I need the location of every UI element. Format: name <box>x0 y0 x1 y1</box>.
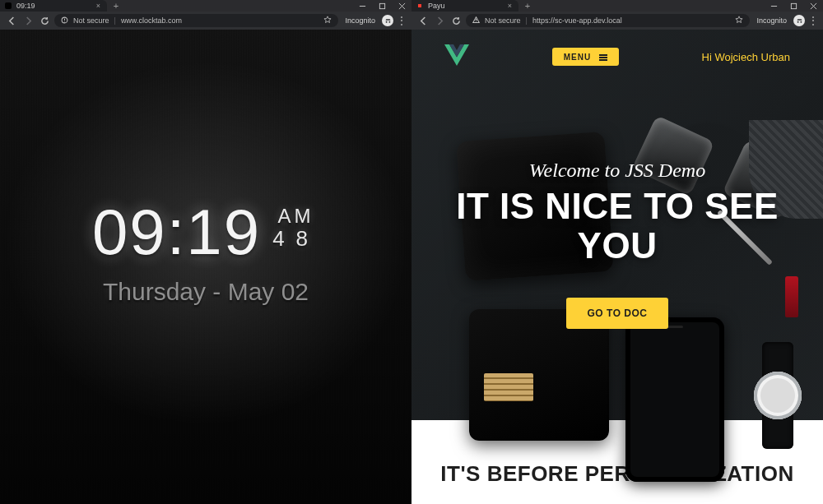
favicon-clock-icon <box>5 2 12 9</box>
greeting-text: Hi Wojciech Urban <box>702 51 790 63</box>
window-maximize-button[interactable] <box>372 0 392 12</box>
hero-welcome: Welcome to JSS Demo <box>436 160 798 182</box>
clock-seconds: 48 <box>272 226 319 252</box>
bookmark-star-icon[interactable] <box>323 16 332 25</box>
favicon-opera-icon <box>416 2 423 9</box>
url-text: https://sc-vue-app.dev.local <box>532 16 622 25</box>
tab-close-button[interactable]: × <box>96 2 100 10</box>
reload-button[interactable] <box>38 14 51 27</box>
svg-rect-9 <box>791 3 796 8</box>
tab-title: 09:19 <box>16 2 35 10</box>
hero-center: Welcome to JSS Demo IT IS NICE TO SEE YO… <box>412 160 823 329</box>
not-secure-warning-icon <box>472 16 480 25</box>
url-text: www.clocktab.com <box>121 16 182 25</box>
forward-button[interactable] <box>21 14 35 27</box>
cta-button[interactable]: GO TO DOC <box>566 298 669 329</box>
vue-logo-icon[interactable] <box>444 44 469 69</box>
titlebar-right[interactable]: Payu × + <box>412 0 823 12</box>
browser-window-left: 09:19 × + Not secure | www.clocktab.com <box>0 0 412 504</box>
window-minimize-button[interactable] <box>764 0 783 12</box>
browser-menu-button[interactable]: ⋮ <box>808 15 818 26</box>
titlebar-left[interactable]: 09:19 × + <box>0 0 412 12</box>
address-bar-right: Not secure | https://sc-vue-app.dev.loca… <box>412 12 823 30</box>
svg-marker-15 <box>736 16 742 23</box>
not-secure-label: Not secure <box>73 16 109 25</box>
desktop: 09:19 × + Not secure | www.clocktab.com <box>0 0 823 504</box>
svg-point-6 <box>64 21 65 21</box>
window-close-button[interactable] <box>392 0 412 12</box>
decor-watch-icon <box>741 342 815 449</box>
tab-close-button[interactable]: × <box>508 2 512 10</box>
window-close-button[interactable] <box>803 0 823 12</box>
hero-section: MENU Hi Wojciech Urban Welcome to JSS De… <box>412 30 823 420</box>
reload-button[interactable] <box>449 14 463 27</box>
svg-marker-7 <box>324 16 331 23</box>
back-button[interactable] <box>5 14 18 27</box>
clock-time: 09:19 <box>92 195 261 270</box>
tab-title: Payu <box>428 2 445 10</box>
new-tab-button[interactable]: + <box>107 0 125 12</box>
clock-date: Thursday - May 02 <box>92 278 319 306</box>
menu-button[interactable]: MENU <box>552 48 619 67</box>
clock-background: 09:19 AM 48 Thursday - May 02 <box>0 30 412 504</box>
tab-payu[interactable]: Payu × <box>412 0 518 12</box>
browser-window-right: Payu × + Not secure | https://sc-vue-app… <box>412 0 823 504</box>
omnibox-right[interactable]: Not secure | https://sc-vue-app.dev.loca… <box>466 14 750 27</box>
svg-rect-1 <box>379 3 384 8</box>
site-topbar: MENU Hi Wojciech Urban <box>412 30 823 69</box>
new-tab-button[interactable]: + <box>518 0 537 12</box>
window-minimize-button[interactable] <box>352 0 372 12</box>
site-root: MENU Hi Wojciech Urban Welcome to JSS De… <box>412 30 823 504</box>
clock-widget: 09:19 AM 48 Thursday - May 02 <box>92 195 319 306</box>
bookmark-star-icon[interactable] <box>735 16 743 25</box>
back-button[interactable] <box>416 14 430 27</box>
address-bar-left: Not secure | www.clocktab.com Incognito … <box>0 12 412 30</box>
hero-title: IT IS NICE TO SEE YOU <box>436 187 798 265</box>
hamburger-icon <box>599 53 607 62</box>
tab-clocktab[interactable]: 09:19 × <box>0 0 107 12</box>
section-heading: IT'S BEFORE PERSONALIZATION <box>428 461 807 487</box>
not-secure-icon <box>61 16 68 25</box>
not-secure-label: Not secure <box>485 16 521 25</box>
browser-menu-button[interactable]: ⋮ <box>397 15 407 26</box>
incognito-icon[interactable] <box>382 15 393 26</box>
forward-button[interactable] <box>433 14 446 27</box>
menu-label: MENU <box>564 53 591 62</box>
decor-phone-icon <box>625 317 724 482</box>
incognito-label: Incognito <box>753 16 790 25</box>
incognito-label: Incognito <box>342 16 379 25</box>
window-controls-left <box>352 0 412 12</box>
omnibox-left[interactable]: Not secure | www.clocktab.com <box>54 14 338 27</box>
window-controls-right <box>764 0 823 12</box>
clock-ampm: AM <box>272 205 319 228</box>
incognito-icon[interactable] <box>793 15 805 26</box>
svg-point-14 <box>476 21 477 22</box>
viewport-left: 09:19 AM 48 Thursday - May 02 <box>0 30 412 504</box>
viewport-right[interactable]: MENU Hi Wojciech Urban Welcome to JSS De… <box>412 30 823 504</box>
window-maximize-button[interactable] <box>783 0 803 12</box>
